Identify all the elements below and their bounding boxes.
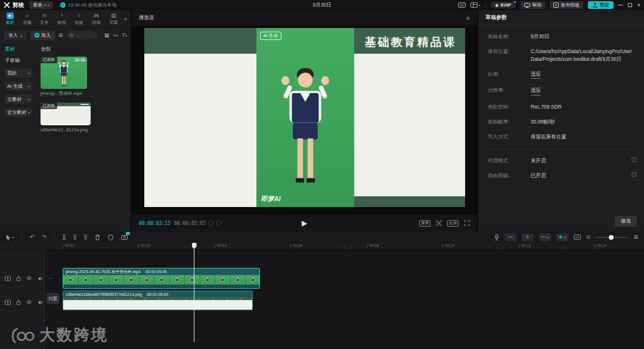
fullscreen-icon[interactable] bbox=[464, 220, 470, 226]
layout-switch-icon[interactable]: ▾ bbox=[470, 2, 481, 8]
ruler-label: 00:06 bbox=[290, 244, 302, 249]
delete-icon[interactable] bbox=[95, 234, 100, 240]
greenscreen-video-layer[interactable]: AI 生成 即梦AI bbox=[256, 28, 354, 207]
player-option-icon-1[interactable] bbox=[209, 221, 213, 226]
lock-icon[interactable] bbox=[16, 299, 21, 305]
review-button[interactable]: 审阅 bbox=[521, 1, 545, 9]
snapshot-icon[interactable] bbox=[121, 234, 128, 240]
import-grid-icon[interactable]: ⊞ bbox=[58, 32, 63, 38]
sidebar-section-ai-generated[interactable]: AI 生成▾ bbox=[5, 82, 32, 91]
sidebar-section-mine[interactable]: 我的▾ bbox=[5, 69, 32, 78]
lock-icon[interactable] bbox=[16, 276, 21, 281]
locate-playhead-icon[interactable]: ⊙ bbox=[586, 234, 591, 240]
mute-speaker-icon[interactable] bbox=[38, 300, 43, 305]
main-track-magnet-toggle[interactable]: ⊶ bbox=[504, 233, 516, 241]
fit-timeline-icon[interactable]: ⊞ bbox=[633, 234, 638, 240]
render-level-icon[interactable] bbox=[574, 234, 581, 240]
tab-effects[interactable]: ✧ 特效 bbox=[70, 13, 88, 26]
export-button[interactable]: 导出 bbox=[588, 1, 614, 9]
info-icon[interactable]: i bbox=[631, 157, 637, 162]
param-label: 代理模式 bbox=[488, 157, 531, 164]
trim-right-icon[interactable]: |] bbox=[84, 234, 87, 240]
video-duration: 00:06 bbox=[75, 58, 85, 62]
trim-left-icon[interactable]: [| bbox=[73, 234, 76, 240]
svip-label: SVIP bbox=[500, 2, 511, 8]
cover-button[interactable]: 封面 bbox=[47, 293, 60, 304]
library-item-image[interactable]: 已添加 bbox=[41, 103, 91, 125]
clip-duration: 00:00:05:00 bbox=[147, 292, 168, 297]
split-icon[interactable]: ][ bbox=[63, 234, 66, 240]
filter-type-icon[interactable]: T▾ bbox=[122, 32, 127, 38]
track-type-icon[interactable] bbox=[5, 276, 11, 281]
quality-badge[interactable]: 原画 bbox=[419, 220, 431, 227]
menu-button[interactable]: 菜单 ▾ bbox=[29, 1, 53, 9]
tab-captions[interactable]: ▤ 字幕 bbox=[105, 13, 122, 26]
select-tool-dropdown[interactable]: ▾ bbox=[6, 234, 14, 240]
import-section-collapse[interactable]: 导入 ▴ bbox=[4, 31, 27, 40]
library-search[interactable] bbox=[67, 31, 98, 39]
sidebar-section-official[interactable]: 官方素材▾ bbox=[5, 108, 32, 117]
modify-button[interactable]: 修改 bbox=[615, 216, 637, 227]
shortcut-keyboard-icon[interactable] bbox=[458, 2, 466, 8]
chevron-up-icon: ▴ bbox=[20, 33, 22, 38]
playhead[interactable] bbox=[194, 243, 194, 342]
tab-transitions[interactable]: ⋈ 转场 bbox=[88, 13, 105, 26]
ruler-label: 00:08 bbox=[367, 244, 379, 249]
more-tabs-icon[interactable]: » bbox=[124, 16, 129, 22]
resolution-value[interactable]: 适应 bbox=[531, 87, 541, 95]
param-label: 分辨率: bbox=[488, 87, 531, 95]
auto-snap-toggle[interactable]: ✳ bbox=[522, 233, 534, 241]
sidebar-item-media[interactable]: 素材 bbox=[5, 46, 35, 53]
timeline-toolbar: ▾ ↶ ↷ ][ [| |] ⊶ ✳ ⊷▾ ❖▾ ⊙ bbox=[0, 231, 644, 243]
preview-canvas[interactable]: 基础教育精品课 AI 生成 即梦AI bbox=[132, 26, 477, 215]
zoom-slider-handle[interactable] bbox=[609, 235, 614, 240]
redo-icon[interactable]: ↷ bbox=[42, 234, 47, 240]
minimize-button[interactable] bbox=[618, 5, 623, 5]
library-item-video[interactable]: 已添加 00:06 bbox=[41, 57, 87, 89]
search-icon bbox=[70, 33, 74, 38]
ratio-value[interactable]: 适应 bbox=[531, 70, 541, 79]
play-button[interactable]: ▶ bbox=[302, 219, 307, 227]
sidebar-section-cloud[interactable]: 云素材▾ bbox=[5, 95, 32, 104]
mute-speaker-icon[interactable] bbox=[38, 276, 43, 281]
maximize-button[interactable] bbox=[628, 3, 632, 7]
close-button[interactable]: × bbox=[637, 2, 640, 8]
tab-audio[interactable]: ♪ 音频 bbox=[18, 13, 36, 26]
tab-media[interactable]: ▶ 素材 bbox=[1, 13, 18, 26]
more-options-icon[interactable]: ⋯ bbox=[48, 276, 54, 281]
import-button[interactable]: + 导入 bbox=[30, 31, 55, 40]
sidebar-item-subdraft[interactable]: 子草稿 bbox=[5, 57, 35, 64]
grid-view-icon[interactable]: ▦ bbox=[104, 32, 109, 38]
tab-text[interactable]: TI 文本 bbox=[36, 13, 53, 26]
timeline-clip-image[interactable]: cd5e44e12d6e46079980f5377e6121a.png 00:0… bbox=[63, 291, 253, 310]
preview-axis-toggle[interactable]: ❖▾ bbox=[556, 233, 568, 241]
info-icon[interactable]: i bbox=[631, 172, 637, 177]
draft-name-value: 9月30日 bbox=[531, 33, 549, 40]
site-watermark-logo bbox=[10, 326, 35, 344]
player-title: 播放器 bbox=[139, 14, 154, 21]
tab-sticker[interactable]: ◔ 贴纸 bbox=[53, 13, 70, 26]
clip-name-bar: jimeng-2025-09-30-7935-有手势动作.mp4 00:00:0… bbox=[63, 268, 259, 275]
record-voiceover-icon[interactable] bbox=[494, 234, 499, 240]
track-type-icon[interactable] bbox=[5, 300, 11, 305]
player-menu-icon[interactable]: ≡ bbox=[466, 15, 470, 21]
search-input[interactable] bbox=[76, 33, 94, 38]
plus-icon: + bbox=[35, 33, 39, 38]
timeline-clip-video[interactable]: jimeng-2025-09-30-7935-有手势动作.mp4 00:00:0… bbox=[63, 268, 260, 289]
visibility-eye-icon[interactable] bbox=[26, 300, 32, 304]
publish-template-button[interactable]: 发布模板 bbox=[550, 1, 583, 9]
sort-icon[interactable]: ≡▾ bbox=[113, 32, 118, 38]
linkage-toggle[interactable]: ⊷▾ bbox=[539, 233, 551, 241]
poster-image[interactable]: 基础教育精品课 AI 生成 即梦AI bbox=[144, 28, 465, 207]
ai-generated-badge: AI 生成 bbox=[260, 32, 281, 40]
undo-icon[interactable]: ↶ bbox=[30, 234, 35, 240]
player-option-icon-2[interactable] bbox=[216, 221, 221, 226]
svip-button[interactable]: ◆ SVIP bbox=[491, 2, 516, 8]
ratio-badge[interactable]: 比例 bbox=[447, 220, 459, 227]
focus-icon[interactable] bbox=[436, 220, 442, 226]
visibility-eye-icon[interactable] bbox=[26, 276, 32, 280]
timeline-ruler[interactable]: 00:00 00:02 00:04 00:06 00:08 00:10 00:1… bbox=[0, 243, 644, 250]
colorspace-value: Rec.709 SDR bbox=[531, 103, 562, 110]
timeline-zoom-slider[interactable] bbox=[596, 237, 628, 238]
mute-shield-icon[interactable] bbox=[108, 234, 113, 240]
